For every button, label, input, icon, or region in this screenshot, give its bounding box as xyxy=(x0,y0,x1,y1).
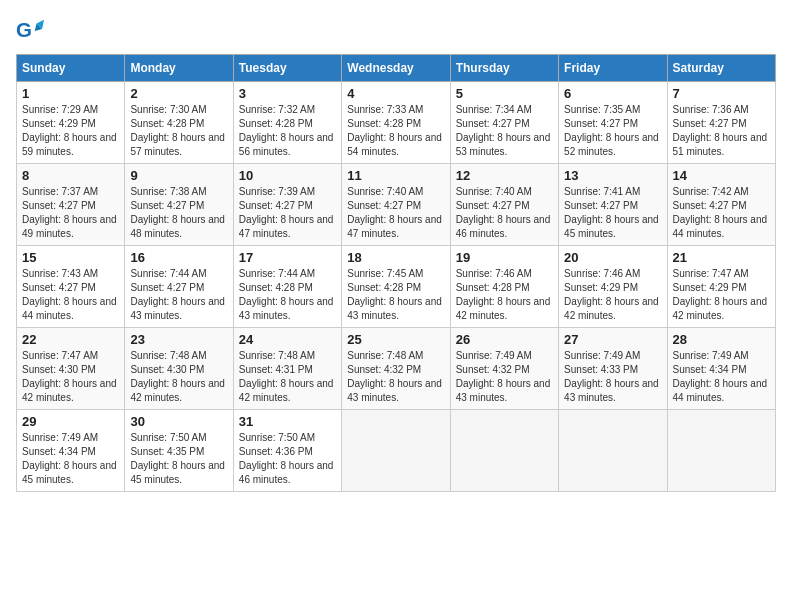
calendar-cell: 21Sunrise: 7:47 AMSunset: 4:29 PMDayligh… xyxy=(667,246,775,328)
calendar-cell: 22Sunrise: 7:47 AMSunset: 4:30 PMDayligh… xyxy=(17,328,125,410)
calendar-cell: 3Sunrise: 7:32 AMSunset: 4:28 PMDaylight… xyxy=(233,82,341,164)
day-info: Sunrise: 7:49 AMSunset: 4:34 PMDaylight:… xyxy=(22,431,119,487)
calendar-cell: 13Sunrise: 7:41 AMSunset: 4:27 PMDayligh… xyxy=(559,164,667,246)
calendar-cell: 6Sunrise: 7:35 AMSunset: 4:27 PMDaylight… xyxy=(559,82,667,164)
day-number: 26 xyxy=(456,332,553,347)
column-header-friday: Friday xyxy=(559,55,667,82)
day-info: Sunrise: 7:36 AMSunset: 4:27 PMDaylight:… xyxy=(673,103,770,159)
day-info: Sunrise: 7:42 AMSunset: 4:27 PMDaylight:… xyxy=(673,185,770,241)
day-number: 14 xyxy=(673,168,770,183)
calendar-cell: 14Sunrise: 7:42 AMSunset: 4:27 PMDayligh… xyxy=(667,164,775,246)
day-number: 17 xyxy=(239,250,336,265)
day-number: 27 xyxy=(564,332,661,347)
calendar-cell: 9Sunrise: 7:38 AMSunset: 4:27 PMDaylight… xyxy=(125,164,233,246)
day-info: Sunrise: 7:35 AMSunset: 4:27 PMDaylight:… xyxy=(564,103,661,159)
day-number: 19 xyxy=(456,250,553,265)
calendar-cell: 18Sunrise: 7:45 AMSunset: 4:28 PMDayligh… xyxy=(342,246,450,328)
day-info: Sunrise: 7:44 AMSunset: 4:28 PMDaylight:… xyxy=(239,267,336,323)
calendar-cell: 11Sunrise: 7:40 AMSunset: 4:27 PMDayligh… xyxy=(342,164,450,246)
column-header-monday: Monday xyxy=(125,55,233,82)
calendar-cell xyxy=(667,410,775,492)
day-info: Sunrise: 7:40 AMSunset: 4:27 PMDaylight:… xyxy=(456,185,553,241)
calendar-cell: 1Sunrise: 7:29 AMSunset: 4:29 PMDaylight… xyxy=(17,82,125,164)
column-header-sunday: Sunday xyxy=(17,55,125,82)
calendar-cell: 17Sunrise: 7:44 AMSunset: 4:28 PMDayligh… xyxy=(233,246,341,328)
day-info: Sunrise: 7:48 AMSunset: 4:31 PMDaylight:… xyxy=(239,349,336,405)
day-info: Sunrise: 7:49 AMSunset: 4:34 PMDaylight:… xyxy=(673,349,770,405)
day-number: 12 xyxy=(456,168,553,183)
day-number: 31 xyxy=(239,414,336,429)
calendar-cell: 24Sunrise: 7:48 AMSunset: 4:31 PMDayligh… xyxy=(233,328,341,410)
day-info: Sunrise: 7:38 AMSunset: 4:27 PMDaylight:… xyxy=(130,185,227,241)
day-number: 15 xyxy=(22,250,119,265)
day-number: 4 xyxy=(347,86,444,101)
calendar-table: SundayMondayTuesdayWednesdayThursdayFrid… xyxy=(16,54,776,492)
day-number: 1 xyxy=(22,86,119,101)
day-info: Sunrise: 7:33 AMSunset: 4:28 PMDaylight:… xyxy=(347,103,444,159)
calendar-header-row: SundayMondayTuesdayWednesdayThursdayFrid… xyxy=(17,55,776,82)
day-number: 10 xyxy=(239,168,336,183)
day-number: 30 xyxy=(130,414,227,429)
calendar-cell xyxy=(450,410,558,492)
column-header-wednesday: Wednesday xyxy=(342,55,450,82)
calendar-cell: 28Sunrise: 7:49 AMSunset: 4:34 PMDayligh… xyxy=(667,328,775,410)
day-number: 2 xyxy=(130,86,227,101)
day-number: 22 xyxy=(22,332,119,347)
calendar-cell: 30Sunrise: 7:50 AMSunset: 4:35 PMDayligh… xyxy=(125,410,233,492)
day-info: Sunrise: 7:50 AMSunset: 4:36 PMDaylight:… xyxy=(239,431,336,487)
day-info: Sunrise: 7:41 AMSunset: 4:27 PMDaylight:… xyxy=(564,185,661,241)
calendar-cell: 4Sunrise: 7:33 AMSunset: 4:28 PMDaylight… xyxy=(342,82,450,164)
day-number: 13 xyxy=(564,168,661,183)
calendar-week-row: 29Sunrise: 7:49 AMSunset: 4:34 PMDayligh… xyxy=(17,410,776,492)
day-info: Sunrise: 7:48 AMSunset: 4:30 PMDaylight:… xyxy=(130,349,227,405)
day-number: 9 xyxy=(130,168,227,183)
day-info: Sunrise: 7:37 AMSunset: 4:27 PMDaylight:… xyxy=(22,185,119,241)
column-header-thursday: Thursday xyxy=(450,55,558,82)
calendar-cell: 8Sunrise: 7:37 AMSunset: 4:27 PMDaylight… xyxy=(17,164,125,246)
calendar-week-row: 15Sunrise: 7:43 AMSunset: 4:27 PMDayligh… xyxy=(17,246,776,328)
day-info: Sunrise: 7:44 AMSunset: 4:27 PMDaylight:… xyxy=(130,267,227,323)
calendar-week-row: 1Sunrise: 7:29 AMSunset: 4:29 PMDaylight… xyxy=(17,82,776,164)
day-number: 5 xyxy=(456,86,553,101)
day-number: 16 xyxy=(130,250,227,265)
day-info: Sunrise: 7:49 AMSunset: 4:32 PMDaylight:… xyxy=(456,349,553,405)
calendar-cell: 5Sunrise: 7:34 AMSunset: 4:27 PMDaylight… xyxy=(450,82,558,164)
day-number: 25 xyxy=(347,332,444,347)
calendar-cell: 31Sunrise: 7:50 AMSunset: 4:36 PMDayligh… xyxy=(233,410,341,492)
day-number: 3 xyxy=(239,86,336,101)
day-info: Sunrise: 7:39 AMSunset: 4:27 PMDaylight:… xyxy=(239,185,336,241)
day-number: 20 xyxy=(564,250,661,265)
day-info: Sunrise: 7:34 AMSunset: 4:27 PMDaylight:… xyxy=(456,103,553,159)
calendar-week-row: 22Sunrise: 7:47 AMSunset: 4:30 PMDayligh… xyxy=(17,328,776,410)
column-header-saturday: Saturday xyxy=(667,55,775,82)
calendar-cell: 29Sunrise: 7:49 AMSunset: 4:34 PMDayligh… xyxy=(17,410,125,492)
calendar-cell: 10Sunrise: 7:39 AMSunset: 4:27 PMDayligh… xyxy=(233,164,341,246)
logo: G xyxy=(16,16,48,44)
calendar-cell: 12Sunrise: 7:40 AMSunset: 4:27 PMDayligh… xyxy=(450,164,558,246)
day-info: Sunrise: 7:29 AMSunset: 4:29 PMDaylight:… xyxy=(22,103,119,159)
day-info: Sunrise: 7:46 AMSunset: 4:28 PMDaylight:… xyxy=(456,267,553,323)
calendar-cell: 19Sunrise: 7:46 AMSunset: 4:28 PMDayligh… xyxy=(450,246,558,328)
day-number: 28 xyxy=(673,332,770,347)
day-info: Sunrise: 7:49 AMSunset: 4:33 PMDaylight:… xyxy=(564,349,661,405)
day-number: 21 xyxy=(673,250,770,265)
calendar-cell: 27Sunrise: 7:49 AMSunset: 4:33 PMDayligh… xyxy=(559,328,667,410)
day-info: Sunrise: 7:47 AMSunset: 4:30 PMDaylight:… xyxy=(22,349,119,405)
day-number: 29 xyxy=(22,414,119,429)
page-header: G xyxy=(16,16,776,44)
calendar-cell: 16Sunrise: 7:44 AMSunset: 4:27 PMDayligh… xyxy=(125,246,233,328)
day-info: Sunrise: 7:30 AMSunset: 4:28 PMDaylight:… xyxy=(130,103,227,159)
day-number: 11 xyxy=(347,168,444,183)
calendar-week-row: 8Sunrise: 7:37 AMSunset: 4:27 PMDaylight… xyxy=(17,164,776,246)
day-number: 18 xyxy=(347,250,444,265)
day-info: Sunrise: 7:50 AMSunset: 4:35 PMDaylight:… xyxy=(130,431,227,487)
calendar-cell: 26Sunrise: 7:49 AMSunset: 4:32 PMDayligh… xyxy=(450,328,558,410)
calendar-cell xyxy=(342,410,450,492)
calendar-cell: 2Sunrise: 7:30 AMSunset: 4:28 PMDaylight… xyxy=(125,82,233,164)
day-info: Sunrise: 7:47 AMSunset: 4:29 PMDaylight:… xyxy=(673,267,770,323)
day-number: 24 xyxy=(239,332,336,347)
day-info: Sunrise: 7:40 AMSunset: 4:27 PMDaylight:… xyxy=(347,185,444,241)
day-info: Sunrise: 7:45 AMSunset: 4:28 PMDaylight:… xyxy=(347,267,444,323)
calendar-cell: 25Sunrise: 7:48 AMSunset: 4:32 PMDayligh… xyxy=(342,328,450,410)
calendar-cell xyxy=(559,410,667,492)
